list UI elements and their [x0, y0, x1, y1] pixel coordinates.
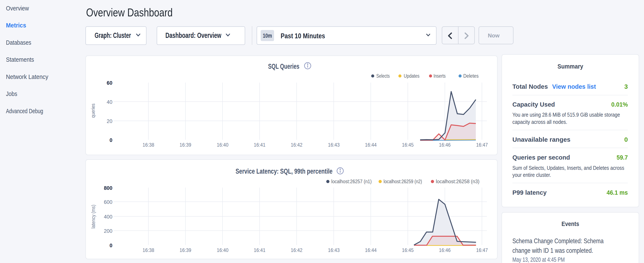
- svg-text:16:39: 16:39: [180, 247, 191, 253]
- svg-text:16:42: 16:42: [291, 247, 302, 253]
- svg-text:20: 20: [107, 118, 112, 124]
- svg-text:16:40: 16:40: [217, 247, 228, 253]
- svg-text:your entire cluster.: your entire cluster.: [512, 172, 551, 178]
- svg-text:400: 400: [104, 214, 112, 220]
- svg-text:800: 800: [104, 185, 112, 191]
- svg-text:Queries per second: Queries per second: [512, 154, 570, 161]
- svg-text:16:41: 16:41: [254, 142, 266, 148]
- svg-text:10m: 10m: [263, 32, 272, 39]
- svg-text:Unavailable ranges: Unavailable ranges: [512, 136, 570, 143]
- svg-text:Deletes: Deletes: [463, 73, 478, 79]
- svg-text:localhost:26259 (n2): localhost:26259 (n2): [384, 179, 422, 184]
- svg-text:SQL Queries: SQL Queries: [268, 62, 299, 70]
- svg-text:600: 600: [104, 199, 112, 205]
- svg-text:Updates: Updates: [404, 73, 420, 79]
- svg-text:46.1 ms: 46.1 ms: [606, 189, 628, 196]
- svg-text:queries: queries: [90, 104, 96, 118]
- svg-text:16:42: 16:42: [291, 142, 302, 148]
- svg-text:Network Latency: Network Latency: [6, 73, 48, 80]
- svg-text:3: 3: [624, 83, 628, 90]
- svg-text:latency (ms): latency (ms): [90, 205, 96, 228]
- svg-text:Selects: Selects: [376, 73, 390, 79]
- svg-text:P99 latency: P99 latency: [512, 189, 546, 196]
- svg-text:change with ID 1 was completed: change with ID 1 was completed.: [512, 247, 593, 254]
- svg-text:Metrics: Metrics: [6, 22, 26, 29]
- svg-text:Databases: Databases: [6, 39, 31, 46]
- svg-text:16:38: 16:38: [143, 142, 154, 148]
- svg-text:16:45: 16:45: [402, 142, 414, 148]
- svg-text:Advanced Debug: Advanced Debug: [6, 108, 43, 114]
- svg-text:0.01%: 0.01%: [611, 101, 628, 108]
- svg-text:16:43: 16:43: [328, 247, 340, 253]
- svg-text:Capacity Used: Capacity Used: [512, 101, 555, 108]
- svg-text:16:44: 16:44: [365, 247, 377, 253]
- svg-text:16:39: 16:39: [180, 142, 191, 148]
- svg-text:Events: Events: [562, 220, 579, 227]
- svg-text:Service Latency: SQL, 99th per: Service Latency: SQL, 99th percentile: [236, 167, 332, 175]
- svg-text:16:47: 16:47: [476, 247, 488, 253]
- svg-text:Now: Now: [488, 32, 500, 39]
- svg-text:16:43: 16:43: [328, 142, 340, 148]
- svg-text:0: 0: [624, 136, 628, 143]
- svg-text:Jobs: Jobs: [6, 90, 17, 97]
- svg-text:60: 60: [107, 80, 112, 86]
- svg-text:Overview Dashboard: Overview Dashboard: [86, 6, 173, 19]
- svg-text:16:46: 16:46: [439, 247, 451, 253]
- svg-text:Past 10 Minutes: Past 10 Minutes: [281, 32, 325, 40]
- svg-text:16:45: 16:45: [402, 247, 414, 253]
- svg-text:Inserts: Inserts: [434, 73, 446, 79]
- svg-text:Sum of Selects, Updates, Inser: Sum of Selects, Updates, Inserts, and De…: [512, 165, 624, 171]
- svg-text:16:47: 16:47: [476, 142, 488, 148]
- svg-text:Statements: Statements: [6, 56, 34, 63]
- svg-text:Graph: Cluster: Graph: Cluster: [94, 31, 131, 39]
- svg-text:localhost:26257 (n1): localhost:26257 (n1): [331, 179, 372, 184]
- svg-text:Total Nodes: Total Nodes: [512, 83, 548, 90]
- svg-text:You are using 28.6 MiB of 515.: You are using 28.6 MiB of 515.9 GiB usab…: [512, 112, 620, 118]
- svg-text:16:38: 16:38: [143, 247, 154, 253]
- svg-text:localhost:26258 (n3): localhost:26258 (n3): [436, 179, 480, 184]
- svg-text:Schema Change Completed: Schem: Schema Change Completed: Schema: [512, 237, 604, 245]
- svg-text:200: 200: [104, 228, 112, 234]
- svg-text:16:46: 16:46: [439, 142, 451, 148]
- svg-text:59.7: 59.7: [616, 154, 628, 161]
- svg-text:capacity across all nodes.: capacity across all nodes.: [512, 119, 567, 125]
- svg-text:0: 0: [110, 242, 112, 248]
- svg-text:0: 0: [110, 137, 112, 143]
- svg-text:40: 40: [107, 99, 112, 105]
- svg-text:Summary: Summary: [558, 63, 583, 70]
- svg-text:Dashboard: Overview: Dashboard: Overview: [166, 31, 222, 39]
- svg-text:16:40: 16:40: [217, 142, 228, 148]
- svg-text:Overview: Overview: [6, 5, 29, 12]
- svg-text:16:44: 16:44: [365, 142, 377, 148]
- svg-text:View nodes list: View nodes list: [552, 83, 596, 90]
- svg-text:16:41: 16:41: [254, 247, 266, 253]
- svg-text:May 13, 2020 at 4:45 PM: May 13, 2020 at 4:45 PM: [512, 256, 565, 263]
